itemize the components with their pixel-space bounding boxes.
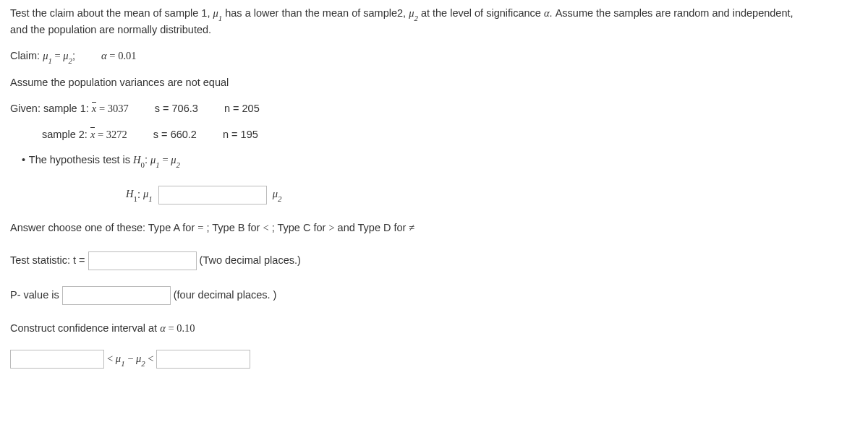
assume-line: Assume the population variances are not … (10, 75, 858, 91)
p-value-input[interactable] (62, 286, 171, 305)
answer-instruction: Answer choose one of these: Type A for =… (10, 220, 858, 236)
ci-input-row: < μ1 − μ2 < (10, 350, 858, 369)
h0-symbol: H0 (133, 154, 145, 165)
given-label: Given: sample 1: (10, 103, 92, 114)
claim-alpha-value: 0.01 (118, 50, 136, 61)
test-statistic-row: Test statistic: t = (Two decimal places.… (10, 251, 858, 270)
p-value-row: P- value is (four decimal places. ) (10, 286, 858, 305)
s-label: s = (155, 103, 172, 114)
intro-text-2: has a lower than the mean of sample2, (222, 7, 409, 19)
mu2-symbol: μ2 (409, 7, 418, 19)
ci-alpha: α (160, 322, 166, 334)
sample1-n: 205 (242, 103, 260, 114)
intro-text-5: and the population are normally distribu… (10, 24, 211, 35)
xbar-symbol: x (92, 101, 96, 117)
hypothesis-alt: H1: μ1 μ2 (10, 186, 858, 204)
hypothesis-null: • The hypothesis test is H0: μ1 = μ2 (10, 152, 858, 169)
claim-mu2: μ2 (63, 50, 72, 61)
given-sample2: sample 2: x = 3272 s = 660.2 n = 195 (10, 127, 858, 143)
problem-intro: Test the claim about the mean of sample … (10, 6, 858, 38)
sample2-mean: 3272 (106, 129, 127, 140)
given-sample1: Given: sample 1: x = 3037 s = 706.3 n = … (10, 101, 858, 117)
sample2-n: 195 (241, 129, 258, 140)
claim-line: Claim: μ1 = μ2; α = 0.01 (10, 48, 858, 65)
claim-alpha: α (101, 50, 107, 61)
p-value-note: (four decimal places. ) (174, 289, 277, 301)
claim-label: Claim: (10, 50, 43, 61)
ci-upper-input[interactable] (156, 350, 250, 369)
h1-relation-input[interactable] (158, 186, 267, 204)
intro-text-1: Test the claim about the mean of sample … (10, 7, 213, 19)
ci-instruction: Construct confidence interval at α = 0.1… (10, 321, 858, 337)
h1-symbol: H1 (126, 188, 137, 199)
sample1-s: 706.3 (172, 103, 198, 114)
intro-text-3: at the level of significance (418, 7, 544, 19)
alpha-symbol: α (544, 7, 550, 19)
test-stat-label: Test statistic: t = (10, 254, 88, 266)
neq-symbol: ≠ (409, 222, 414, 233)
sample1-mean: 3037 (108, 103, 129, 114)
intro-text-4: . Assume the samples are random and inde… (550, 7, 793, 19)
claim-mu1: μ1 (43, 50, 52, 61)
ci-alpha-value: 0.10 (176, 322, 195, 334)
sample2-s: 660.2 (171, 129, 197, 140)
mu1-symbol: μ1 (213, 7, 222, 19)
n-label: n = (224, 103, 242, 114)
test-stat-note: (Two decimal places.) (200, 254, 301, 266)
p-value-label: P- value is (10, 289, 62, 301)
xbar-symbol-2: x (90, 127, 95, 143)
test-statistic-input[interactable] (88, 251, 197, 270)
ci-lower-input[interactable] (10, 350, 104, 369)
sample2-label: sample 2: (42, 129, 90, 140)
